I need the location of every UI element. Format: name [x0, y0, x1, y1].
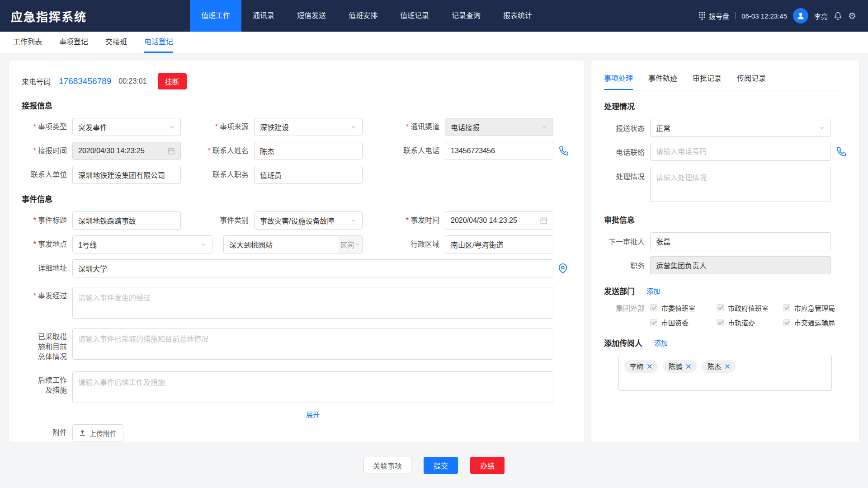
- region-input[interactable]: [445, 235, 553, 253]
- tab-approval-records[interactable]: 审批记录: [693, 72, 722, 90]
- address-input[interactable]: [72, 259, 553, 277]
- checkbox-checked-icon: [650, 319, 657, 326]
- form-row: 事发地点 1号线 区间 行政区域: [22, 235, 571, 253]
- reviewers-box: 李梅 陈鹏 陈杰: [618, 355, 832, 391]
- course-label: 事发经过: [22, 287, 67, 301]
- relate-item-button[interactable]: 关联事项: [363, 457, 411, 474]
- user-avatar[interactable]: [793, 8, 808, 23]
- nav-item-duty-schedule[interactable]: 值班安排: [337, 0, 389, 32]
- comm-channel-label: 通讯渠道: [363, 122, 439, 132]
- tab-item-process[interactable]: 事项处理: [604, 72, 633, 90]
- comm-channel-select: 电话接报: [445, 118, 553, 136]
- submit-button[interactable]: 提交: [424, 457, 458, 474]
- dept-checkbox: 市交通运输局: [783, 318, 849, 327]
- contact-phone-input[interactable]: [445, 142, 553, 160]
- section-title-approval: 审批信息: [604, 214, 846, 225]
- nav-item-duty-work[interactable]: 值班工作: [190, 0, 241, 32]
- measures-textarea[interactable]: [72, 328, 553, 360]
- chevron-down-icon: [200, 241, 207, 248]
- username[interactable]: 李亮: [814, 11, 828, 21]
- item-process-panel: 事项处理 事件轨迹 审批记录 传阅记录 处理情况 报送状态 正常 电话联络 处理…: [591, 61, 859, 442]
- next-approver-label: 下一审批人: [604, 236, 645, 247]
- phone-contact-input[interactable]: [650, 143, 831, 161]
- section-label: 区间: [340, 240, 354, 249]
- comm-channel-value: 电话接报: [451, 122, 480, 132]
- map-locate-button[interactable]: [558, 263, 568, 273]
- hangup-button[interactable]: 挂断: [158, 73, 187, 89]
- group-external-label: 集团外部: [604, 302, 645, 313]
- topbar: 应急指挥系统 值班工作 通讯录 短信发送 值班安排 值班记录 记录查询 报表统计…: [0, 0, 868, 32]
- finish-button[interactable]: 办结: [470, 457, 505, 474]
- position-field: 运营集团负责人: [650, 256, 831, 274]
- close-icon[interactable]: [647, 364, 652, 369]
- handling-textarea[interactable]: [650, 167, 831, 202]
- tab-item-register[interactable]: 事项登记: [59, 32, 88, 53]
- close-icon[interactable]: [725, 364, 730, 369]
- gear-icon[interactable]: ⚙: [848, 11, 856, 20]
- datetime: 06-03 12:23:45: [741, 12, 787, 20]
- calendar-icon: [167, 147, 175, 155]
- tabbar: 工作列表 事项登记 交接班 电话登记: [0, 32, 868, 53]
- phone-icon: [836, 147, 846, 157]
- station-input[interactable]: [224, 236, 338, 253]
- position-value: 运营集团负责人: [656, 260, 707, 271]
- phone-contact-label: 电话联络: [604, 146, 645, 157]
- event-category-select[interactable]: 事故灾害/设施设备故障: [254, 211, 363, 230]
- form-row: 接报时间 2020/04/30 14:23:25 联系人姓名 联系人电话: [22, 142, 571, 160]
- caller-number-label: 来电号码: [22, 76, 51, 87]
- expand-link[interactable]: 展开: [306, 409, 320, 419]
- handling-label: 处理情况: [604, 167, 645, 182]
- tab-event-track[interactable]: 事件轨迹: [648, 72, 677, 90]
- location-pin-icon: [558, 263, 568, 273]
- calendar-icon: [540, 217, 547, 225]
- tab-work-list[interactable]: 工作列表: [13, 32, 42, 53]
- add-department-link[interactable]: 添加: [646, 286, 660, 296]
- event-category-label: 事件类别: [181, 216, 249, 225]
- contact-title-input[interactable]: [254, 166, 363, 184]
- address-label: 详细地址: [22, 263, 67, 273]
- course-textarea[interactable]: [72, 287, 553, 319]
- item-source-select[interactable]: 深铁建设: [254, 118, 363, 136]
- chevron-down-icon: [355, 242, 360, 247]
- tab-phone-register[interactable]: 电话登记: [144, 32, 173, 53]
- dialpad-icon: [699, 12, 705, 20]
- checkbox-checked-icon: [717, 319, 724, 326]
- tab-shift-handover[interactable]: 交接班: [105, 32, 127, 53]
- line-select[interactable]: 1号线: [72, 235, 212, 253]
- section-title-process: 处理情况: [604, 100, 846, 112]
- dial-button[interactable]: [836, 147, 846, 157]
- event-title-input[interactable]: [72, 211, 181, 230]
- contact-name-input[interactable]: [254, 142, 363, 160]
- followup-label: 后续工作及措施: [22, 371, 67, 395]
- close-icon[interactable]: [686, 364, 691, 369]
- chevron-down-icon: [350, 217, 357, 224]
- nav-item-duty-records[interactable]: 值班记录: [389, 0, 440, 32]
- checkbox-checked-icon: [783, 304, 790, 311]
- item-type-value: 突发事件: [78, 122, 107, 132]
- report-status-select[interactable]: 正常: [650, 119, 831, 137]
- next-approver-input[interactable]: [650, 232, 831, 250]
- contact-unit-input[interactable]: [72, 166, 181, 184]
- tab-circulation-records[interactable]: 传阅记录: [737, 72, 766, 90]
- dept-checkbox: 市轨道办: [717, 318, 783, 327]
- form-row: 事发经过: [22, 287, 571, 319]
- form-row: 后续工作及措施: [22, 371, 571, 403]
- dialpad-label: 拨号盘: [709, 11, 729, 21]
- item-type-select[interactable]: 突发事件: [72, 118, 181, 136]
- bell-icon[interactable]: [834, 12, 842, 20]
- section-select[interactable]: 区间: [338, 236, 362, 253]
- dept-checkbox: 市国资委: [650, 318, 717, 327]
- followup-textarea[interactable]: [72, 371, 553, 403]
- dialpad-button[interactable]: 拨号盘: [699, 11, 729, 21]
- nav-item-record-query[interactable]: 记录查询: [440, 0, 492, 32]
- nav-item-sms[interactable]: 短信发送: [286, 0, 337, 32]
- add-reviewer-link[interactable]: 添加: [654, 338, 668, 347]
- upload-attachment-button[interactable]: 上传附件: [72, 424, 123, 441]
- call-contact-button[interactable]: [559, 146, 569, 156]
- event-time-value: 2020/04/30 14:23:25: [451, 216, 517, 225]
- nav-item-contacts[interactable]: 通讯录: [241, 0, 286, 32]
- nav-item-report-stats[interactable]: 报表统计: [492, 0, 543, 32]
- reviewer-tag: 李梅: [624, 360, 658, 373]
- user-icon: [796, 11, 805, 20]
- event-time-field[interactable]: 2020/04/30 14:23:25: [445, 211, 553, 230]
